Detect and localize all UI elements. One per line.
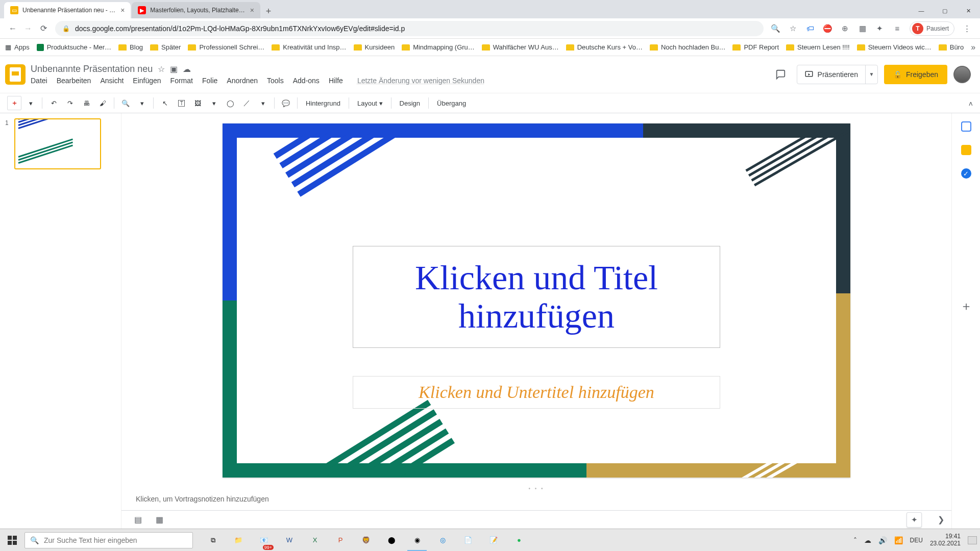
browser-tab[interactable]: ▶ Masterfolien, Layouts, Platzhalte… × [132,2,260,18]
comments-button[interactable] [770,64,791,85]
collapse-toolbar-icon[interactable]: ʌ [969,99,973,107]
layout-button[interactable]: Layout ▾ [353,99,387,107]
excel-icon[interactable]: X [303,530,327,551]
image-tool[interactable]: 🖼 [190,96,205,110]
keep-addon-icon[interactable] [961,145,971,155]
back-button[interactable]: ← [5,21,20,36]
zoom-dropdown[interactable]: ▾ [135,96,149,110]
bookmark-item[interactable]: Wahlfächer WU Aus… [482,43,559,51]
zoom-icon[interactable]: 🔍 [771,23,781,34]
bookmark-item[interactable]: Produktsuche - Mer… [37,43,111,51]
close-icon[interactable]: × [245,6,254,14]
chrome-icon[interactable]: ◉ [405,530,429,551]
forward-button[interactable]: → [20,21,36,36]
present-dropdown[interactable]: ▼ [865,65,877,84]
taskbar-search[interactable]: 🔍 Zur Suche Text hier eingeben [24,532,193,548]
bookmark-item[interactable]: Später [150,43,181,51]
line-tool[interactable]: ／ [239,96,254,110]
explore-button[interactable]: ✦ [906,512,922,528]
menu-format[interactable]: Format [170,77,193,85]
menu-bearbeiten[interactable]: Bearbeiten [57,77,91,85]
taskbar-clock[interactable]: 19:41 23.02.2021 [930,533,961,547]
tray-expand-icon[interactable]: ˄ [853,536,857,544]
side-panel-toggle-icon[interactable]: ❯ [938,515,944,524]
url-input[interactable]: 🔒 docs.google.com/presentation/d/1o2Pm-L… [55,21,764,36]
bookmarks-overflow-icon[interactable]: » [971,43,975,52]
block-ext-icon[interactable]: ⛔ [823,23,833,34]
print-button[interactable]: 🖶 [79,96,93,110]
task-view-icon[interactable]: ⧉ [201,530,225,551]
cloud-status-icon[interactable]: ☁ [183,64,191,74]
bookmark-item[interactable]: Steuern Videos wic… [857,43,932,51]
bookmark-item[interactable]: Deutsche Kurs + Vo… [566,43,643,51]
scan-ext-icon[interactable]: ▦ [857,23,868,34]
star-icon[interactable]: ☆ [788,23,798,34]
close-icon[interactable]: × [115,6,125,14]
image-dropdown[interactable]: ▾ [207,96,221,110]
undo-button[interactable]: ↶ [46,96,61,110]
menu-einfuegen[interactable]: Einfügen [133,77,161,85]
word-icon[interactable]: W [278,530,301,551]
kebab-menu-icon[interactable]: ⋮ [962,23,972,34]
paint-format-button[interactable]: 🖌 [95,96,110,110]
bookmark-item[interactable]: Noch hochladen Bu… [650,43,725,51]
menu-hilfe[interactable]: Hilfe [329,77,343,85]
select-tool[interactable]: ↖ [158,96,172,110]
calendar-addon-icon[interactable] [961,121,971,132]
bookmark-item[interactable]: Steuern Lesen !!!! [786,43,850,51]
star-icon[interactable]: ☆ [158,64,165,74]
new-slide-button[interactable]: ＋ [7,96,21,110]
reload-button[interactable]: ⟳ [36,21,51,36]
slide-thumbnail[interactable] [14,118,101,169]
tag-ext-icon[interactable]: 🏷 [805,23,816,34]
filmstrip-view-icon[interactable]: ▤ [131,513,145,527]
globe-ext-icon[interactable]: ⊕ [840,23,850,34]
zoom-button[interactable]: 🔍 [118,96,133,110]
keyboard-layout[interactable]: DEU [910,537,923,544]
menu-addons[interactable]: Add-ons [293,77,320,85]
bookmark-item[interactable]: Mindmapping (Gru… [402,43,475,51]
textbox-tool[interactable]: 🅃 [174,96,188,110]
mail-icon[interactable]: 📧99+ [252,530,276,551]
profile-button[interactable]: T Pausiert [910,21,954,36]
menu-ansicht[interactable]: Ansicht [100,77,124,85]
speaker-notes[interactable]: Klicken, um Vortragsnotizen hinzuzufügen [121,491,951,510]
start-button[interactable] [0,529,24,551]
last-edit-text[interactable]: Letzte Änderung vor wenigen Sekunden [357,77,484,85]
share-button[interactable]: 🔒 Freigeben [884,65,947,84]
subtitle-placeholder[interactable]: Klicken und Untertitel hinzufügen [353,376,720,409]
menu-tools[interactable]: Tools [267,77,284,85]
menu-anordnen[interactable]: Anordnen [227,77,258,85]
close-window-button[interactable]: ✕ [957,3,980,18]
menu-folie[interactable]: Folie [202,77,217,85]
design-button[interactable]: Design [396,99,424,107]
brave-icon[interactable]: 🦁 [354,530,378,551]
transition-button[interactable]: Übergang [433,99,470,107]
onedrive-icon[interactable]: ☁ [864,536,871,544]
slide[interactable]: Klicken und Titel hinzufügen Klicken und… [223,123,850,478]
add-addon-button[interactable]: ＋ [960,298,972,314]
apps-button[interactable]: ▦ Apps [5,43,30,51]
volume-icon[interactable]: 🔊 [878,536,887,544]
edge-icon[interactable]: ◎ [431,530,454,551]
move-icon[interactable]: ▣ [170,64,178,74]
tasks-addon-icon[interactable]: ✓ [961,168,971,179]
title-placeholder[interactable]: Klicken und Titel hinzufügen [353,246,720,348]
notepad-icon[interactable]: 📝 [482,530,505,551]
maximize-button[interactable]: ▢ [933,3,957,18]
minimize-button[interactable]: — [910,3,933,18]
bookmark-item[interactable]: Professionell Schrei… [188,43,264,51]
slides-logo-icon[interactable] [5,64,26,85]
new-slide-dropdown[interactable]: ▾ [23,96,38,110]
account-avatar[interactable] [953,66,971,83]
explorer-icon[interactable]: 📁 [227,530,250,551]
action-center-icon[interactable] [968,536,977,544]
present-button[interactable]: Präsentieren ▼ [797,65,878,84]
redo-button[interactable]: ↷ [63,96,77,110]
new-tab-button[interactable]: + [261,4,276,18]
browser-tab-active[interactable]: ▭ Unbenannte Präsentation neu - … × [4,2,131,18]
bookmark-item[interactable]: Kursideen [354,43,395,51]
notes-icon[interactable]: 📄 [456,530,480,551]
bookmark-item[interactable]: PDF Report [732,43,779,51]
menu-datei[interactable]: Datei [31,77,47,85]
